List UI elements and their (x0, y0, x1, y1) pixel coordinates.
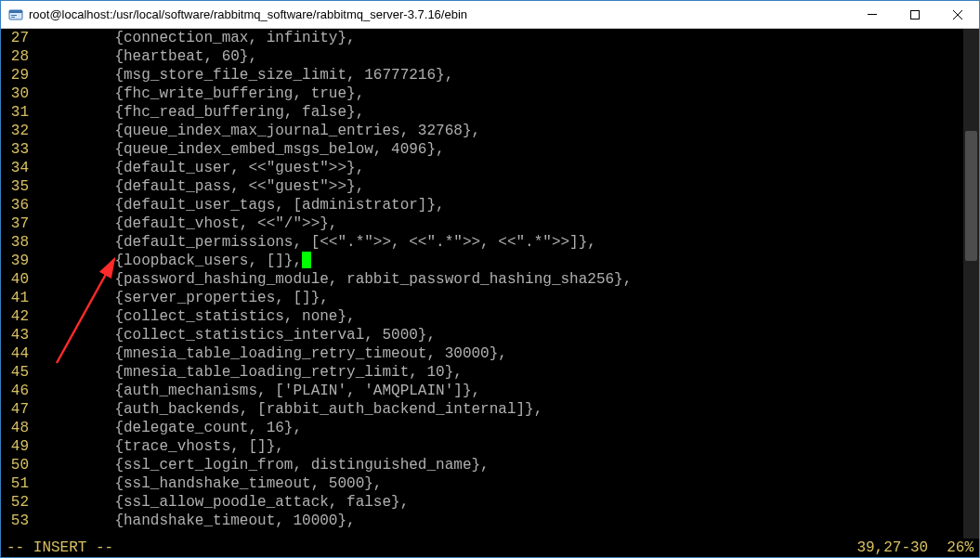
svg-rect-5 (911, 10, 920, 19)
text-cursor (302, 252, 311, 268)
code-text[interactable]: {fhc_read_buffering, false}, (34, 103, 364, 122)
code-text[interactable]: {loopback_users, []}, (34, 252, 302, 270)
code-text[interactable]: {server_properties, []}, (34, 289, 329, 307)
titlebar[interactable]: root@localhost:/usr/local/software/rabbi… (1, 1, 979, 29)
window-title: root@localhost:/usr/local/software/rabbi… (29, 7, 851, 21)
line-number: 51 (1, 474, 34, 493)
code-line[interactable]: 34 {default_user, <<"guest">>}, (1, 159, 979, 177)
code-text[interactable]: {trace_vhosts, []}, (34, 437, 284, 456)
svg-rect-3 (11, 17, 15, 18)
line-number: 32 (1, 122, 34, 140)
code-line[interactable]: 35 {default_pass, <<"guest">>}, (1, 177, 979, 196)
line-number: 43 (1, 326, 34, 344)
svg-rect-2 (11, 15, 17, 16)
line-number: 40 (1, 270, 34, 289)
code-text[interactable]: {collect_statistics, none}, (34, 307, 356, 326)
line-number: 53 (1, 512, 34, 530)
minimize-button[interactable] (851, 1, 894, 28)
code-text[interactable]: {heartbeat, 60}, (34, 47, 257, 66)
line-number: 44 (1, 344, 34, 363)
code-line[interactable]: 43 {collect_statistics_interval, 5000}, (1, 326, 979, 344)
line-number: 47 (1, 400, 34, 419)
line-number: 41 (1, 289, 34, 307)
line-number: 49 (1, 437, 34, 456)
code-text[interactable]: {queue_index_max_journal_entries, 32768}… (34, 122, 480, 140)
code-text[interactable]: {default_user_tags, [administrator]}, (34, 196, 445, 214)
code-text[interactable]: {fhc_write_buffering, true}, (34, 84, 364, 103)
code-text[interactable]: {default_permissions, [<<".*">>, <<".*">… (34, 233, 596, 252)
line-number: 50 (1, 456, 34, 474)
code-line[interactable]: 49 {trace_vhosts, []}, (1, 437, 979, 456)
code-text[interactable]: {msg_store_file_size_limit, 16777216}, (34, 66, 453, 84)
code-text[interactable]: {auth_mechanisms, ['PLAIN', 'AMQPLAIN']}… (34, 382, 480, 400)
code-line[interactable]: 50 {ssl_cert_login_from, distinguished_n… (1, 456, 979, 474)
line-number: 42 (1, 307, 34, 326)
code-line[interactable]: 40 {password_hashing_module, rabbit_pass… (1, 270, 979, 289)
line-number: 46 (1, 382, 34, 400)
code-text[interactable]: {auth_backends, [rabbit_auth_backend_int… (34, 400, 542, 419)
window-controls (851, 1, 979, 28)
line-number: 29 (1, 66, 34, 84)
code-text[interactable]: {delegate_count, 16}, (34, 419, 302, 437)
code-line[interactable]: 33 {queue_index_embed_msgs_below, 4096}, (1, 140, 979, 159)
code-line[interactable]: 46 {auth_mechanisms, ['PLAIN', 'AMQPLAIN… (1, 382, 979, 400)
code-line[interactable]: 27 {connection_max, infinity}, (1, 29, 979, 47)
terminal-viewport[interactable]: 27 {connection_max, infinity},28 {heartb… (1, 29, 979, 557)
svg-rect-1 (9, 10, 22, 13)
close-button[interactable] (936, 1, 979, 28)
code-line[interactable]: 38 {default_permissions, [<<".*">>, <<".… (1, 233, 979, 252)
code-text[interactable]: {mnesia_table_loading_retry_timeout, 300… (34, 344, 507, 363)
line-number: 27 (1, 29, 34, 47)
line-number: 35 (1, 177, 34, 196)
code-text[interactable]: {password_hashing_module, rabbit_passwor… (34, 270, 632, 289)
code-text[interactable]: {default_user, <<"guest">>}, (34, 159, 364, 177)
code-line[interactable]: 37 {default_vhost, <<"/">>}, (1, 214, 979, 233)
code-text[interactable]: {mnesia_table_loading_retry_limit, 10}, (34, 363, 463, 382)
vertical-scrollbar[interactable] (963, 29, 979, 539)
line-number: 37 (1, 214, 34, 233)
code-text[interactable]: {handshake_timeout, 10000}, (34, 512, 356, 530)
line-number: 33 (1, 140, 34, 159)
code-text[interactable]: {default_pass, <<"guest">>}, (34, 177, 364, 196)
code-line[interactable]: 41 {server_properties, []}, (1, 289, 979, 307)
code-line[interactable]: 48 {delegate_count, 16}, (1, 419, 979, 437)
code-text[interactable]: {collect_statistics_interval, 5000}, (34, 326, 436, 344)
code-line[interactable]: 45 {mnesia_table_loading_retry_limit, 10… (1, 363, 979, 382)
line-number: 34 (1, 159, 34, 177)
code-line[interactable]: 39 {loopback_users, []}, (1, 252, 979, 270)
vim-statusbar: -- INSERT -- 39,27-30 26% (1, 539, 979, 557)
code-line[interactable]: 31 {fhc_read_buffering, false}, (1, 103, 979, 122)
line-number: 39 (1, 252, 34, 270)
code-line[interactable]: 52 {ssl_allow_poodle_attack, false}, (1, 493, 979, 512)
line-number: 48 (1, 419, 34, 437)
scrollbar-thumb[interactable] (965, 131, 977, 261)
code-line[interactable]: 32 {queue_index_max_journal_entries, 327… (1, 122, 979, 140)
code-text[interactable]: {default_vhost, <<"/">>}, (34, 214, 337, 233)
code-line[interactable]: 29 {msg_store_file_size_limit, 16777216}… (1, 66, 979, 84)
code-text[interactable]: {ssl_handshake_timeout, 5000}, (34, 474, 382, 493)
maximize-button[interactable] (894, 1, 936, 28)
code-line[interactable]: 47 {auth_backends, [rabbit_auth_backend_… (1, 400, 979, 419)
code-line[interactable]: 42 {collect_statistics, none}, (1, 307, 979, 326)
line-number: 52 (1, 493, 34, 512)
code-text[interactable]: {ssl_allow_poodle_attack, false}, (34, 493, 409, 512)
app-icon (8, 7, 23, 22)
scroll-percent: 26% (947, 539, 973, 557)
code-line[interactable]: 28 {heartbeat, 60}, (1, 47, 979, 66)
code-text[interactable]: {connection_max, infinity}, (34, 29, 356, 47)
code-line[interactable]: 30 {fhc_write_buffering, true}, (1, 84, 979, 103)
code-line[interactable]: 36 {default_user_tags, [administrator]}, (1, 196, 979, 214)
line-number: 36 (1, 196, 34, 214)
code-text[interactable]: {ssl_cert_login_from, distinguished_name… (34, 456, 490, 474)
terminal-window: root@localhost:/usr/local/software/rabbi… (0, 0, 980, 558)
code-line[interactable]: 44 {mnesia_table_loading_retry_timeout, … (1, 344, 979, 363)
cursor-position: 39,27-30 (856, 539, 928, 557)
line-number: 31 (1, 103, 34, 122)
line-number: 38 (1, 233, 34, 252)
code-area[interactable]: 27 {connection_max, infinity},28 {heartb… (1, 29, 979, 530)
code-line[interactable]: 51 {ssl_handshake_timeout, 5000}, (1, 474, 979, 493)
line-number: 45 (1, 363, 34, 382)
code-line[interactable]: 53 {handshake_timeout, 10000}, (1, 512, 979, 530)
code-text[interactable]: {queue_index_embed_msgs_below, 4096}, (34, 140, 445, 159)
mode-indicator: -- INSERT -- (7, 539, 113, 557)
